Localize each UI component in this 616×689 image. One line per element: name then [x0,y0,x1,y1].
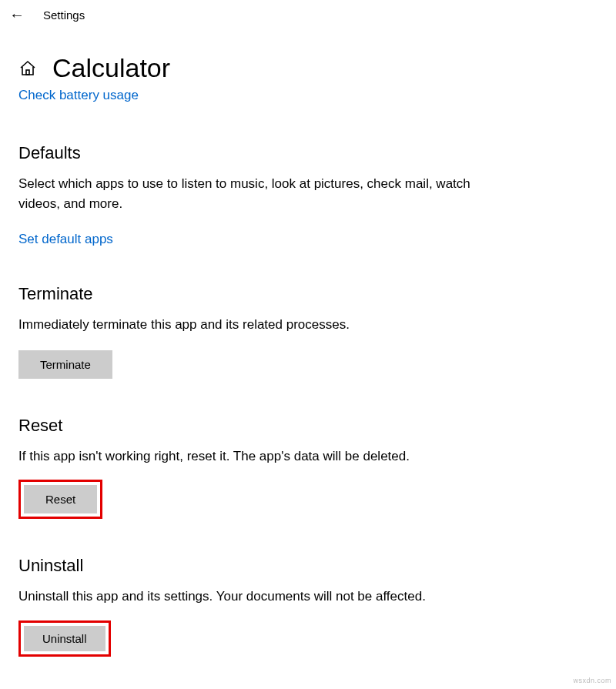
reset-heading: Reset [18,416,598,436]
content-area: Check battery usage Defaults Select whic… [0,91,616,657]
set-default-apps-link[interactable]: Set default apps [18,232,113,247]
reset-section: Reset If this app isn't working right, r… [18,416,598,520]
uninstall-highlight: Uninstall [18,620,111,657]
terminate-description: Immediately terminate this app and its r… [18,315,496,335]
page-header: Calculator [0,30,616,91]
terminate-button[interactable]: Terminate [18,350,112,379]
uninstall-description: Uninstall this app and its settings. You… [18,587,496,607]
uninstall-section: Uninstall Uninstall this app and its set… [18,556,598,657]
page-title: Calculator [52,53,170,83]
reset-highlight: Reset [18,480,102,519]
back-arrow-icon[interactable]: ← [9,6,25,24]
topbar: ← Settings [0,0,616,30]
reset-description: If this app isn't working right, reset i… [18,447,496,467]
defaults-heading: Defaults [18,143,598,163]
uninstall-button[interactable]: Uninstall [24,626,105,651]
window-title: Settings [43,8,85,22]
home-icon[interactable] [18,59,37,78]
watermark: wsxdn.com [573,677,611,684]
terminate-section: Terminate Immediately terminate this app… [18,284,598,379]
defaults-description: Select which apps to use to listen to mu… [18,174,496,213]
uninstall-heading: Uninstall [18,556,598,576]
reset-button[interactable]: Reset [24,485,97,513]
defaults-section: Defaults Select which apps to use to lis… [18,143,598,247]
svg-rect-0 [26,70,29,75]
terminate-heading: Terminate [18,284,598,304]
battery-usage-link[interactable]: Check battery usage [18,88,598,103]
